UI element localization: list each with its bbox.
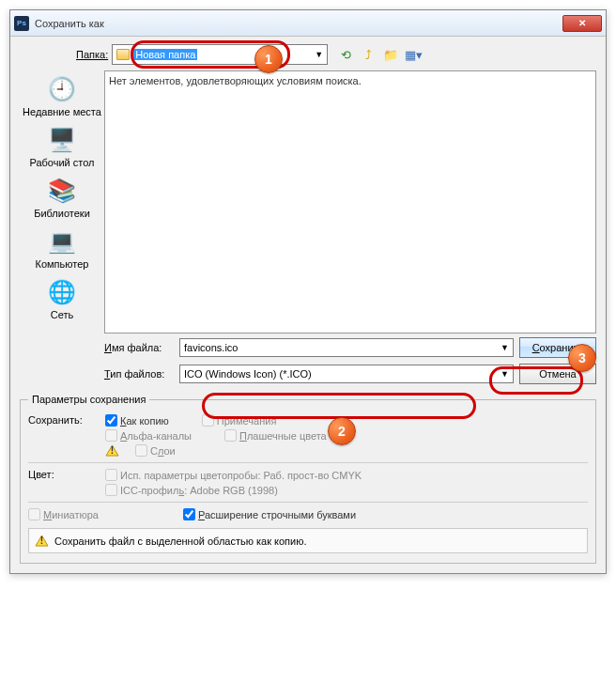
svg-text:!: ! — [111, 445, 114, 456]
color-row-label: Цвет: — [28, 469, 105, 496]
place-label: Библиотеки — [34, 208, 90, 219]
annotations-checkbox: Примечания — [202, 414, 277, 427]
lowercase-ext-checkbox[interactable]: Расширение строчными буквами — [183, 508, 356, 520]
new-folder-icon[interactable]: 📁 — [382, 46, 399, 63]
desktop-icon: 🖥️ — [45, 125, 79, 155]
app-icon: Ps — [14, 16, 29, 31]
place-computer[interactable]: 💻 Компьютер — [36, 226, 89, 270]
filename-label: Имя файла: — [104, 342, 179, 353]
save-button[interactable]: Сохранить — [519, 337, 596, 358]
svg-text:!: ! — [40, 536, 43, 546]
thumbnail-checkbox: Миниатюра — [28, 508, 99, 520]
recent-icon: 🕘 — [45, 74, 79, 104]
computer-icon: 💻 — [45, 226, 79, 256]
up-icon[interactable]: ⤴ — [360, 46, 377, 63]
places-bar: 🕘 Недавние места 🖥️ Рабочий стол 📚 Библи… — [20, 70, 104, 334]
place-label: Сеть — [51, 309, 73, 320]
filetype-value: ICO (Windows Icon) (*.ICO) — [184, 368, 312, 380]
alpha-checkbox: Альфа-каналы — [105, 429, 192, 442]
folder-icon — [116, 49, 130, 60]
file-list-area[interactable]: Нет элементов, удовлетворяющих условиям … — [104, 70, 596, 334]
view-menu-icon[interactable]: ▦▾ — [405, 46, 422, 63]
place-network[interactable]: 🌐 Сеть — [45, 277, 79, 320]
layers-checkbox: Слои — [135, 444, 176, 457]
as-copy-checkbox[interactable]: Как копию — [105, 414, 169, 427]
filename-input[interactable]: favicons.ico ▼ — [179, 338, 514, 357]
spot-checkbox: Плашечные цвета — [224, 429, 327, 442]
network-icon: 🌐 — [45, 277, 79, 307]
place-recent[interactable]: 🕘 Недавние места — [23, 74, 101, 117]
icc-checkbox: ICC-профиль: Adobe RGB (1998) — [105, 484, 588, 496]
color-proof-checkbox: Исп. параметры цветопробы: Раб. прост-во… — [105, 469, 588, 481]
back-icon[interactable]: ⟲ — [337, 46, 354, 63]
close-button[interactable]: ✕ — [562, 15, 602, 32]
save-params-group: Параметры сохранения Сохранить: Как копи… — [20, 394, 596, 564]
chevron-down-icon: ▼ — [500, 343, 509, 352]
filetype-combo[interactable]: ICO (Windows Icon) (*.ICO) ▼ — [179, 365, 514, 383]
folder-combo[interactable]: Новая папка ▼ — [112, 44, 328, 65]
info-box: ! Сохранить файл с выделенной областью к… — [28, 528, 588, 553]
save-row-label: Сохранить: — [28, 414, 105, 457]
warning-icon: ! — [35, 535, 49, 547]
place-libraries[interactable]: 📚 Библиотеки — [34, 176, 90, 219]
empty-message: Нет элементов, удовлетворяющих условиям … — [109, 75, 362, 86]
window-title: Сохранить как — [35, 18, 562, 29]
place-label: Рабочий стол — [29, 157, 94, 168]
folder-label: Папка: — [76, 49, 108, 60]
cancel-button[interactable]: Отмена — [519, 364, 596, 384]
warning-icon: ! — [105, 444, 119, 457]
info-text: Сохранить файл с выделенной областью как… — [54, 536, 307, 547]
libraries-icon: 📚 — [45, 176, 79, 206]
place-label: Недавние места — [23, 106, 101, 117]
folder-name: Новая папка — [133, 49, 197, 60]
chevron-down-icon: ▼ — [500, 369, 509, 379]
chevron-down-icon: ▼ — [315, 50, 323, 59]
filetype-label: Тип файлов: — [104, 368, 179, 380]
place-desktop[interactable]: 🖥️ Рабочий стол — [29, 125, 94, 168]
filename-value: favicons.ico — [184, 342, 238, 353]
params-legend: Параметры сохранения — [28, 394, 149, 405]
place-label: Компьютер — [36, 258, 89, 270]
titlebar: Ps Сохранить как ✕ — [10, 10, 606, 37]
